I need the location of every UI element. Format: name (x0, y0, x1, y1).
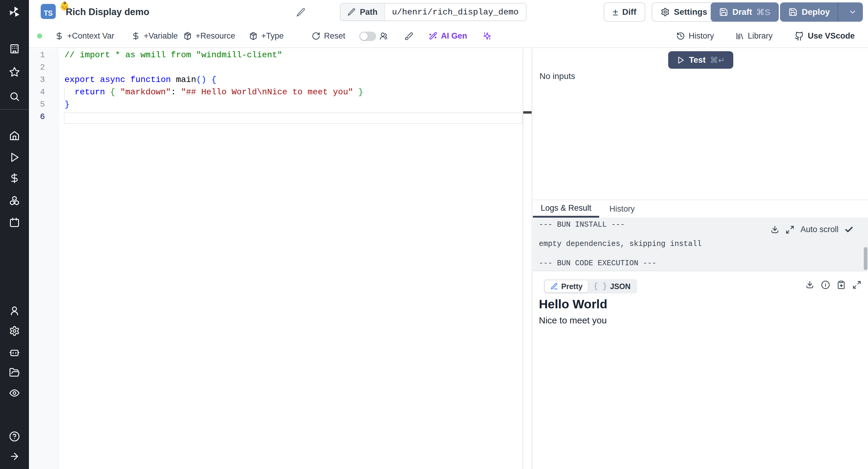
line-number: 3 (29, 75, 45, 84)
ai-gen-label: AI Gen (441, 31, 467, 41)
library-button[interactable]: Library (735, 25, 773, 47)
settings-button[interactable]: Settings (652, 2, 716, 22)
deploy-button[interactable]: Deploy (780, 2, 863, 22)
overview-ruler-cursor-mark (523, 111, 532, 114)
add-type-button[interactable]: +Type (249, 25, 284, 47)
code-line: 1// import * as wmill from "windmill-cli… (29, 49, 532, 61)
diff-button-label: Diff (622, 7, 637, 17)
package-icon (183, 32, 192, 40)
dollar-icon (131, 32, 140, 40)
windmill-logo-icon[interactable] (8, 5, 21, 19)
settings-gear-icon[interactable] (9, 325, 20, 336)
top-bar: TS 👶 Rich Display demo Path u/henri/rich… (29, 0, 868, 25)
pretty-label: Pretty (561, 282, 583, 291)
reset-button[interactable]: Reset (312, 25, 345, 47)
deploy-dropdown-button[interactable] (842, 2, 863, 22)
path-value[interactable]: u/henri/rich_display_demo (385, 4, 526, 21)
result-body-text: Nice to meet you (539, 315, 607, 325)
users-button[interactable] (379, 25, 388, 47)
log-output[interactable]: --- BUN INSTALL --- empty dependencies, … (533, 218, 868, 271)
test-button-label: Test (689, 55, 706, 65)
auto-scroll-checkbox[interactable] (844, 225, 854, 234)
add-variable-button[interactable]: +Variable (131, 25, 178, 47)
app-sidebar (0, 0, 29, 469)
user-icon[interactable] (9, 305, 20, 316)
workspace-icon[interactable] (9, 43, 20, 54)
folders-icon[interactable] (9, 367, 20, 378)
add-variable-label: +Variable (144, 31, 178, 41)
workers-bot-icon[interactable] (9, 347, 20, 357)
history-label: History (689, 31, 714, 41)
diff-button[interactable]: ± Diff (604, 2, 645, 22)
code-line: 6 (29, 111, 532, 123)
download-logs-icon[interactable] (770, 225, 779, 234)
package-icon (249, 32, 258, 40)
format-button[interactable] (404, 25, 413, 47)
path-label: Path (360, 7, 378, 17)
panel-tabs: Logs & Result History (533, 200, 645, 218)
use-vscode-label: Use VScode (808, 31, 855, 41)
expand-result-icon[interactable] (852, 280, 861, 289)
library-icon (735, 32, 744, 40)
page-title: Rich Display demo (66, 7, 149, 18)
resources-icon[interactable] (9, 195, 20, 206)
play-icon (677, 56, 685, 64)
favorites-icon[interactable] (9, 67, 20, 77)
logs-result-panel: Logs & Result History --- BUN INSTALL --… (533, 199, 868, 469)
draft-button[interactable]: Draft ⌘S (711, 2, 779, 22)
tab-logs-result[interactable]: Logs & Result (533, 200, 599, 218)
sparkles-icon (483, 32, 492, 40)
tab-history[interactable]: History (599, 200, 645, 218)
download-result-icon[interactable] (805, 280, 814, 289)
edit-title-pencil-icon[interactable] (296, 7, 306, 17)
add-context-var-label: +Context Var (67, 31, 114, 41)
expand-logs-icon[interactable] (785, 225, 795, 234)
assistant-toggle[interactable] (359, 32, 376, 41)
json-view-button[interactable]: { } JSON (588, 280, 636, 292)
add-resource-label: +Resource (195, 31, 235, 41)
home-icon[interactable] (9, 130, 20, 141)
no-inputs-text: No inputs (539, 71, 575, 81)
auto-scroll-label: Auto scroll (801, 225, 838, 234)
dollar-icon (55, 32, 64, 40)
help-icon[interactable] (9, 431, 20, 442)
line-number: 2 (29, 63, 45, 72)
ai-sparkles-button[interactable] (483, 25, 492, 47)
ai-gen-button[interactable]: AI Gen (429, 25, 467, 47)
log-text: --- BUN INSTALL --- empty dependencies, … (539, 220, 702, 268)
result-heading: Hello World (539, 297, 607, 311)
braces-icon: { } (593, 282, 607, 291)
add-resource-button[interactable]: +Resource (183, 25, 235, 47)
reset-rotate-icon (312, 32, 320, 40)
test-shortcut: ⌘↵ (710, 56, 725, 65)
language-badge-label: TS (44, 9, 53, 18)
draft-shortcut: ⌘S (756, 7, 770, 17)
test-button[interactable]: Test ⌘↵ (668, 51, 733, 69)
save-icon (719, 7, 728, 17)
language-badge: TS 👶 (41, 4, 56, 19)
add-context-var-button[interactable]: +Context Var (55, 25, 114, 47)
info-icon[interactable] (821, 280, 830, 289)
pen-icon (550, 282, 558, 290)
use-vscode-button[interactable]: Use VScode (795, 25, 855, 47)
audit-eye-icon[interactable] (9, 387, 20, 399)
search-icon[interactable] (9, 91, 20, 102)
editor-toolbar: +Context Var +Variable +Resource +Type R… (29, 25, 868, 48)
draft-button-label: Draft (733, 7, 752, 17)
pretty-view-button[interactable]: Pretty (545, 280, 588, 292)
history-button[interactable]: History (676, 25, 714, 47)
json-label: JSON (610, 282, 630, 291)
variables-icon[interactable] (9, 173, 20, 184)
copy-clipboard-icon[interactable] (837, 280, 846, 289)
expand-sidebar-icon[interactable] (9, 451, 20, 462)
code-editor[interactable]: 1// import * as wmill from "windmill-cli… (29, 49, 532, 469)
github-icon (795, 31, 804, 41)
log-scrollbar-thumb[interactable] (864, 247, 867, 270)
runs-icon[interactable] (9, 152, 20, 163)
path-field[interactable]: Path u/henri/rich_display_demo (340, 3, 527, 21)
deploy-split-divider (838, 2, 838, 22)
gear-icon (661, 7, 670, 17)
schedules-icon[interactable] (9, 217, 20, 228)
result-actions (805, 280, 861, 289)
reset-label: Reset (324, 31, 345, 41)
